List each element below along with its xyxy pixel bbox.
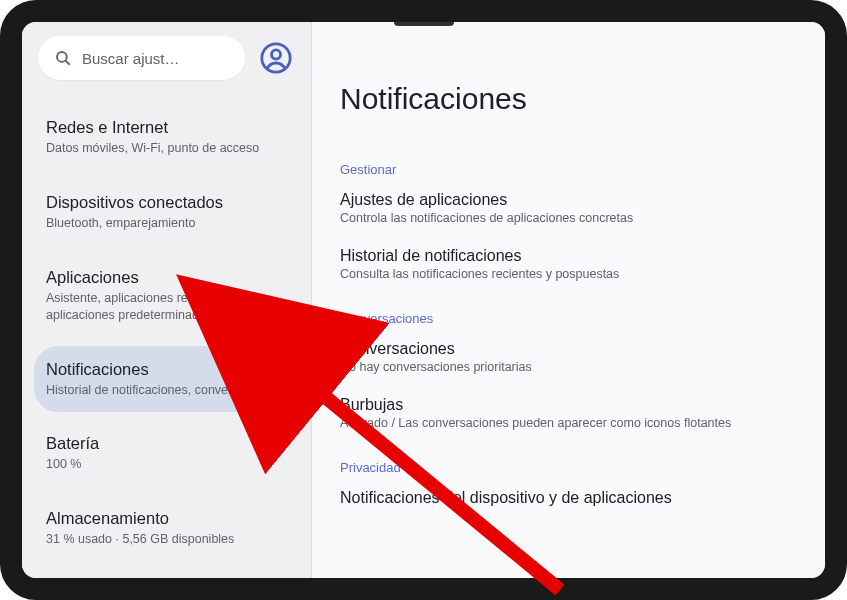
setting-subtitle: Activado / Las conversaciones pueden apa… <box>340 416 797 430</box>
setting-app-settings[interactable]: Ajustes de aplicaciones Controla las not… <box>340 191 797 225</box>
sidebar-item-title: Aplicaciones <box>46 268 287 287</box>
section-header-manage: Gestionar <box>340 162 797 177</box>
setting-title: Burbujas <box>340 396 797 414</box>
setting-notification-history[interactable]: Historial de notificaciones Consulta las… <box>340 247 797 281</box>
setting-bubbles[interactable]: Burbujas Activado / Las conversaciones p… <box>340 396 797 430</box>
sidebar-item-title: Batería <box>46 434 287 453</box>
sidebar-item-storage[interactable]: Almacenamiento 31 % usado · 5,56 GB disp… <box>34 495 299 562</box>
sidebar-item-title: Almacenamiento <box>46 509 287 528</box>
setting-title: Conversaciones <box>340 340 797 358</box>
sidebar-item-subtitle: 100 % <box>46 456 287 473</box>
sidebar-item-connected-devices[interactable]: Dispositivos conectados Bluetooth, empar… <box>34 179 299 246</box>
sidebar-item-subtitle: Bluetooth, emparejamiento <box>46 215 287 232</box>
svg-point-3 <box>271 50 280 59</box>
setting-title: Ajustes de aplicaciones <box>340 191 797 209</box>
main-content: Notificaciones Gestionar Ajustes de apli… <box>312 22 825 578</box>
tablet-frame: Buscar ajust… Redes e Internet Datos móv… <box>0 0 847 600</box>
search-row: Buscar ajust… <box>34 36 299 80</box>
sidebar-item-sound[interactable]: Sonido y vibración Volumen, vibración al… <box>34 570 299 578</box>
svg-line-1 <box>66 61 70 65</box>
sidebar-item-apps[interactable]: Aplicaciones Asistente, aplicaciones rec… <box>34 254 299 338</box>
setting-subtitle: Controla las notificaciones de aplicacio… <box>340 211 797 225</box>
setting-title: Historial de notificaciones <box>340 247 797 265</box>
svg-point-0 <box>57 52 67 62</box>
sidebar-item-network[interactable]: Redes e Internet Datos móviles, Wi-Fi, p… <box>34 104 299 171</box>
page-title: Notificaciones <box>340 82 797 116</box>
setting-subtitle: Consulta las notificaciones recientes y … <box>340 267 797 281</box>
sidebar-item-subtitle: 31 % usado · 5,56 GB disponibles <box>46 531 287 548</box>
sidebar: Buscar ajust… Redes e Internet Datos móv… <box>22 22 312 578</box>
sidebar-item-title: Notificaciones <box>46 360 287 379</box>
person-icon <box>259 41 293 75</box>
section-header-conversations: Conversaciones <box>340 311 797 326</box>
sidebar-item-subtitle: Historial de notificaciones, conversacio… <box>46 382 287 399</box>
setting-title: Notificaciones del dispositivo y de apli… <box>340 489 797 507</box>
sidebar-item-title: Dispositivos conectados <box>46 193 287 212</box>
search-icon <box>54 49 72 67</box>
setting-subtitle: No hay conversaciones prioritarias <box>340 360 797 374</box>
setting-device-app-notifications[interactable]: Notificaciones del dispositivo y de apli… <box>340 489 797 507</box>
sidebar-item-subtitle: Datos móviles, Wi-Fi, punto de acceso <box>46 140 287 157</box>
search-placeholder: Buscar ajust… <box>82 50 180 67</box>
profile-avatar[interactable] <box>257 39 295 77</box>
setting-conversations[interactable]: Conversaciones No hay conversaciones pri… <box>340 340 797 374</box>
search-input[interactable]: Buscar ajust… <box>38 36 245 80</box>
screen: Buscar ajust… Redes e Internet Datos móv… <box>22 22 825 578</box>
sidebar-item-title: Redes e Internet <box>46 118 287 137</box>
sidebar-item-subtitle: Asistente, aplicaciones recientes, aplic… <box>46 290 287 324</box>
sidebar-item-notifications[interactable]: Notificaciones Historial de notificacion… <box>34 346 299 413</box>
section-header-privacy: Privacidad <box>340 460 797 475</box>
sidebar-item-battery[interactable]: Batería 100 % <box>34 420 299 487</box>
tablet-notch <box>394 20 454 26</box>
